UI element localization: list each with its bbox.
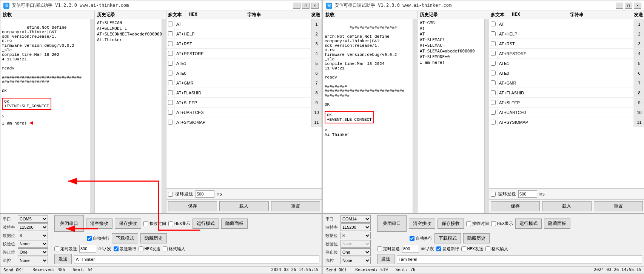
multitext-check-1-6[interactable]	[168, 80, 173, 85]
history-item-2-4[interactable]: AT+SLEMAC=	[418, 43, 484, 48]
timed-value-1[interactable]	[79, 245, 96, 252]
multitext-check-1-7[interactable]	[168, 90, 173, 95]
clear-recv-btn-2[interactable]: 清空接收	[409, 219, 435, 229]
hide-history-btn-2[interactable]: 隐藏历史	[463, 233, 490, 243]
multitext-input-2-6[interactable]	[497, 78, 634, 88]
maximize-btn-1[interactable]: □	[302, 3, 310, 9]
hex-send-check-2[interactable]	[461, 246, 466, 251]
recv-time-label-1[interactable]: 接收时间	[143, 221, 166, 226]
multitext-check-2-9[interactable]	[491, 110, 496, 115]
multitext-input-1-5[interactable]	[174, 68, 311, 78]
multitext-check-1-3[interactable]	[168, 51, 173, 56]
send-input-1[interactable]	[74, 255, 319, 263]
receive-scrollbar-1[interactable]	[90, 19, 94, 213]
multitext-send-btn-1-2[interactable]: 3	[311, 39, 322, 48]
flow-select-2[interactable]: None	[340, 257, 371, 264]
receive-scrollbar-2[interactable]	[413, 19, 417, 213]
multitext-input-2-4[interactable]	[497, 58, 634, 68]
multitext-input-1-6[interactable]	[174, 78, 311, 88]
multitext-check-2-7[interactable]	[491, 90, 496, 95]
send-btn-2[interactable]: 发送	[377, 254, 394, 264]
multitext-send-btn-2-6[interactable]: 7	[634, 78, 644, 88]
multitext-input-2-3[interactable]	[497, 49, 634, 58]
multitext-input-2-10[interactable]	[497, 117, 634, 127]
hex-send-check-1[interactable]	[139, 246, 143, 251]
timed-send-label-2[interactable]: 定时发送	[377, 246, 400, 252]
save-recv-btn-1[interactable]: 保存接收	[115, 219, 141, 229]
multitext-check-1-1[interactable]	[168, 31, 173, 36]
multitext-check-2-1[interactable]	[491, 31, 496, 36]
data-select-2[interactable]: 8	[340, 232, 371, 239]
multitext-input-1-10[interactable]	[174, 117, 311, 127]
history-item-1-1[interactable]: AT+SLEMODE=1	[96, 26, 161, 31]
save-recv-btn-2[interactable]: 保存接收	[438, 219, 464, 229]
hide-history-btn-1[interactable]: 隐藏历史	[140, 233, 167, 243]
multitext-input-1-3[interactable]	[174, 49, 311, 58]
multitext-check-1-5[interactable]	[168, 71, 173, 75]
history-scrollbar-1[interactable]	[162, 19, 166, 213]
multitext-send-btn-1-10[interactable]: 11	[311, 117, 322, 127]
multitext-input-2-1[interactable]	[497, 29, 634, 38]
multitext-send-btn-2-0[interactable]: 1	[634, 19, 644, 29]
loop-value-1[interactable]	[196, 190, 214, 198]
close-btn-2[interactable]: ×	[634, 3, 641, 9]
check-select-2[interactable]: None	[340, 240, 371, 248]
multitext-send-btn-1-6[interactable]: 7	[311, 78, 322, 88]
port-select-1[interactable]: COM5	[18, 215, 48, 223]
hex-display-check-1[interactable]	[168, 221, 173, 226]
multitext-check-2-3[interactable]	[491, 51, 496, 56]
data-select-1[interactable]: 8	[18, 232, 48, 239]
multitext-send-btn-1-7[interactable]: 8	[311, 88, 322, 97]
history-item-2-5[interactable]: AT+SLEMAC=abcdef000000	[418, 48, 484, 54]
download-mode-btn-1[interactable]: 下载模式	[112, 233, 138, 243]
multitext-send-btn-1-1[interactable]: 2	[311, 29, 322, 38]
multitext-check-1-9[interactable]	[168, 110, 173, 115]
load-multitext-btn-1[interactable]: 载入	[219, 201, 268, 211]
loop-value-2[interactable]	[518, 190, 537, 198]
multitext-input-1-2[interactable]	[174, 39, 311, 48]
multitext-check-2-0[interactable]	[491, 22, 496, 26]
multitext-input-2-5[interactable]	[497, 68, 634, 78]
hex-display-label-2[interactable]: HEX显示	[491, 221, 513, 226]
multitext-send-btn-2-7[interactable]: 8	[634, 88, 644, 97]
reset-multitext-btn-1[interactable]: 重置	[271, 201, 320, 211]
timed-value-2[interactable]	[402, 245, 419, 252]
stop-select-2[interactable]: One	[340, 248, 371, 256]
new-line-label-1[interactable]: 发送新行	[114, 246, 136, 252]
multitext-check-2-2[interactable]	[491, 41, 496, 46]
minimize-btn-1[interactable]: —	[293, 3, 300, 9]
hide-panel-btn-2[interactable]: 隐藏面板	[544, 219, 570, 229]
send-btn-1[interactable]: 发送	[54, 254, 72, 264]
new-line-check-1[interactable]	[114, 246, 119, 251]
multitext-send-btn-2-2[interactable]: 3	[634, 39, 644, 48]
recv-time-label-2[interactable]: 接收时间	[466, 221, 489, 226]
multitext-send-btn-2-5[interactable]: 6	[634, 68, 644, 78]
multitext-check-2-8[interactable]	[491, 100, 496, 105]
multitext-input-1-7[interactable]	[174, 88, 311, 97]
multitext-check-1-4[interactable]	[168, 61, 173, 66]
multitext-send-btn-1-8[interactable]: 9	[311, 98, 322, 107]
timed-send-label-1[interactable]: 定时发送	[54, 246, 77, 252]
history-item-2-7[interactable]: I am here!	[418, 60, 484, 65]
format-input-label-2[interactable]: 格式输入	[485, 246, 508, 252]
multitext-send-btn-1-3[interactable]: 4	[311, 49, 322, 58]
hex-display-check-2[interactable]	[491, 221, 496, 226]
history-item-1-0[interactable]: AT+SLESCAN	[96, 20, 161, 26]
load-multitext-btn-2[interactable]: 载入	[542, 201, 591, 211]
format-input-check-2[interactable]	[485, 246, 490, 251]
multitext-send-btn-2-4[interactable]: 5	[634, 58, 644, 68]
save-multitext-btn-1[interactable]: 保存	[168, 201, 217, 211]
history-scrollbar-2[interactable]	[484, 19, 489, 213]
new-line-label-2[interactable]: 发送新行	[436, 246, 459, 252]
multitext-input-2-9[interactable]	[497, 108, 634, 117]
timed-send-check-2[interactable]	[377, 246, 382, 251]
auto-wrap-check-2[interactable]	[410, 236, 414, 241]
flow-select-1[interactable]: None	[18, 257, 48, 264]
multitext-input-1-8[interactable]	[174, 98, 311, 107]
multitext-send-btn-2-9[interactable]: 10	[634, 108, 644, 117]
auto-wrap-check-1[interactable]	[87, 236, 92, 241]
multitext-send-btn-2-1[interactable]: 2	[634, 29, 644, 38]
multitext-send-btn-1-9[interactable]: 10	[311, 108, 322, 117]
multitext-input-1-0[interactable]	[174, 19, 311, 29]
multitext-check-2-5[interactable]	[491, 71, 496, 75]
